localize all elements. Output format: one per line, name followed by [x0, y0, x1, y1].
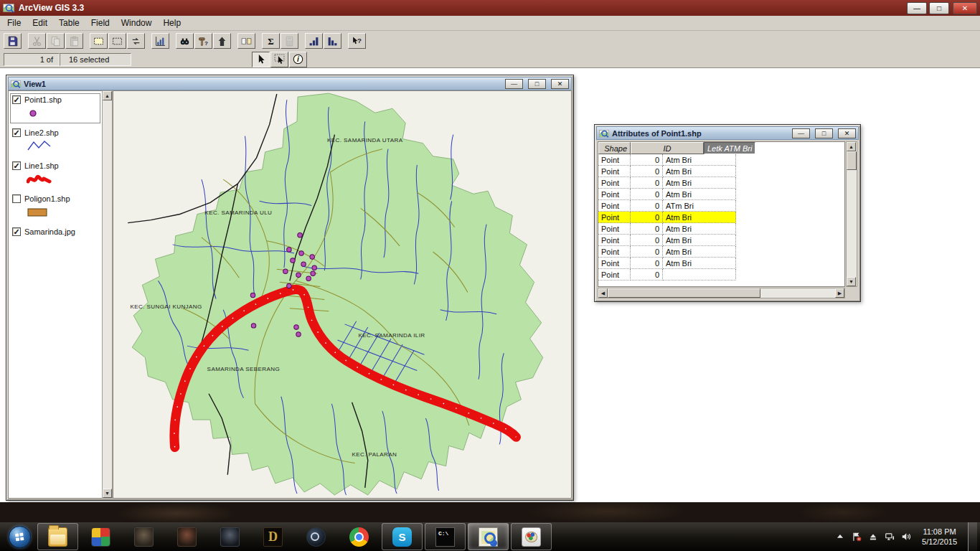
taskbar-app-diablo[interactable]: D [253, 523, 293, 550]
view1-maximize-button[interactable]: □ [528, 79, 546, 89]
atm-point[interactable] [283, 269, 288, 273]
layer-Poligon1.shp[interactable]: Poligon1.shp [10, 192, 100, 222]
table-row[interactable]: Point 0 Atm Bri [598, 177, 844, 189]
table-row[interactable]: Point 0 Atm Bri [598, 166, 844, 177]
tray-network[interactable] [884, 532, 895, 542]
table-row[interactable]: Point 0 Atm Bri [598, 189, 844, 200]
tray-safely-remove[interactable] [867, 532, 878, 542]
scroll-down-button[interactable] [847, 277, 856, 286]
scroll-thumb[interactable] [608, 288, 760, 298]
atm-point[interactable] [296, 332, 301, 336]
minimize-button[interactable]: — [907, 2, 927, 14]
atm-point[interactable] [311, 271, 315, 276]
scroll-up-button[interactable] [103, 91, 112, 100]
atm-point[interactable] [287, 283, 291, 288]
scroll-thumb[interactable] [847, 151, 857, 170]
taskbar-app-skype[interactable]: S [382, 523, 423, 550]
table-row[interactable]: Point 0 ATm Bri [598, 200, 844, 212]
table-row[interactable]: Point 0 Atm Bri [598, 246, 844, 258]
toolbar-button-help[interactable] [348, 33, 366, 49]
tray-hidden-icons[interactable] [834, 532, 845, 542]
scroll-track[interactable] [847, 170, 857, 277]
scroll-track[interactable] [760, 288, 835, 298]
atm-point[interactable] [251, 324, 255, 328]
atm-point[interactable] [312, 265, 316, 270]
layer-visibility-checkbox[interactable] [12, 95, 21, 104]
attributes-maximize-button[interactable]: □ [815, 128, 833, 138]
table-row[interactable]: Point 0 Atm Bri [598, 212, 844, 223]
layer-Samarinda.jpg[interactable]: Samarinda.jpg [10, 225, 100, 239]
layer-Point1.shp[interactable]: Point1.shp [10, 93, 100, 123]
taskbar-app-steam[interactable] [296, 523, 336, 550]
atm-point[interactable] [301, 262, 306, 266]
close-button[interactable]: ✕ [953, 2, 977, 14]
scroll-right-button[interactable] [835, 288, 844, 298]
table-row[interactable]: Point 0 Atm Bri [598, 235, 844, 246]
toc-scrollbar[interactable] [102, 90, 113, 499]
menu-Field[interactable]: Field [85, 17, 116, 29]
scroll-left-button[interactable] [598, 288, 608, 298]
atm-point[interactable] [287, 248, 291, 252]
layer-visibility-checkbox[interactable] [12, 128, 21, 137]
taskbar-app-paint[interactable] [511, 523, 552, 550]
column-header-Letk ATM Bri[interactable]: Letk ATM Bri [704, 142, 755, 154]
taskbar-app-command-prompt[interactable]: C:\ [425, 523, 466, 550]
table-vertical-scrollbar[interactable] [846, 141, 857, 287]
taskbar-app-game-1[interactable] [123, 523, 164, 550]
layer-visibility-checkbox[interactable] [12, 161, 21, 170]
taskbar-app-chrome[interactable] [339, 523, 380, 550]
atm-point[interactable] [296, 273, 301, 277]
toolbar-button-promote[interactable] [213, 33, 231, 49]
atm-point[interactable] [298, 233, 302, 237]
menu-Table[interactable]: Table [53, 17, 85, 29]
toolbar-button-save[interactable] [4, 33, 22, 49]
map-canvas[interactable]: KEC. SAMARINDA UTARAKEC. SAMARINDA ULUKE… [113, 91, 571, 498]
attributes-close-button[interactable]: ✕ [838, 128, 856, 138]
menu-Help[interactable]: Help [157, 17, 187, 29]
toolbar-button-query-builder[interactable] [194, 33, 212, 49]
toolbar-button-paste[interactable] [65, 33, 83, 49]
table-row[interactable]: Point 0 Atm Bri [598, 154, 844, 166]
toolbar-button-select-none[interactable] [108, 33, 126, 49]
toolbar-button-calculate[interactable] [281, 33, 298, 49]
tool-identify[interactable] [289, 52, 307, 67]
atm-point[interactable] [291, 258, 295, 263]
layer-visibility-checkbox[interactable] [12, 194, 21, 203]
taskbar-clock[interactable]: 11:08 PM 5/12/2015 [918, 527, 961, 547]
scroll-up-button[interactable] [847, 142, 856, 151]
toolbar-button-create-chart[interactable] [151, 33, 169, 49]
toolbar-button-join[interactable] [237, 33, 255, 49]
layer-visibility-checkbox[interactable] [12, 227, 21, 236]
record-position-field[interactable]: 1 of [4, 53, 60, 66]
menu-Window[interactable]: Window [116, 17, 158, 29]
table-row[interactable]: Point 0 Atm Bri [598, 258, 844, 269]
atm-point[interactable] [310, 255, 314, 259]
toolbar-button-select-all[interactable] [90, 33, 108, 49]
toolbar-button-copy[interactable] [47, 33, 65, 49]
map-viewport[interactable]: KEC. SAMARINDA UTARAKEC. SAMARINDA ULUKE… [113, 90, 572, 499]
scroll-track[interactable] [103, 100, 112, 489]
toolbar-button-switch-selection[interactable] [127, 33, 145, 49]
table-row[interactable]: Point 0 Atm Bri [598, 223, 844, 235]
tool-select-features[interactable] [270, 52, 288, 67]
attributes-minimize-button[interactable]: — [792, 128, 810, 138]
layer-Line1.shp[interactable]: Line1.shp [10, 159, 100, 189]
table-horizontal-scrollbar[interactable] [598, 288, 845, 298]
menu-Edit[interactable]: Edit [27, 17, 53, 29]
taskbar-app-explorer[interactable] [37, 523, 78, 550]
maximize-button[interactable]: □ [929, 2, 949, 14]
app-titlebar[interactable]: ArcView GIS 3.3 — □ ✕ [0, 0, 980, 16]
atm-point[interactable] [306, 276, 311, 281]
layer-Line2.shp[interactable]: Line2.shp [10, 126, 100, 156]
taskbar-app-game-2[interactable] [166, 523, 207, 550]
tray-volume[interactable] [900, 532, 911, 542]
toolbar-button-sort-ascending[interactable] [305, 33, 323, 49]
toolbar-button-sort-descending[interactable] [324, 33, 341, 49]
atm-point[interactable] [250, 293, 255, 297]
scroll-down-button[interactable] [103, 489, 112, 498]
taskbar-app-arcview[interactable] [468, 523, 509, 550]
menu-File[interactable]: File [1, 17, 27, 29]
toolbar-button-cut[interactable] [28, 33, 46, 49]
tray-action-center[interactable] [851, 532, 862, 542]
table-row[interactable]: Point 0 [598, 269, 844, 281]
